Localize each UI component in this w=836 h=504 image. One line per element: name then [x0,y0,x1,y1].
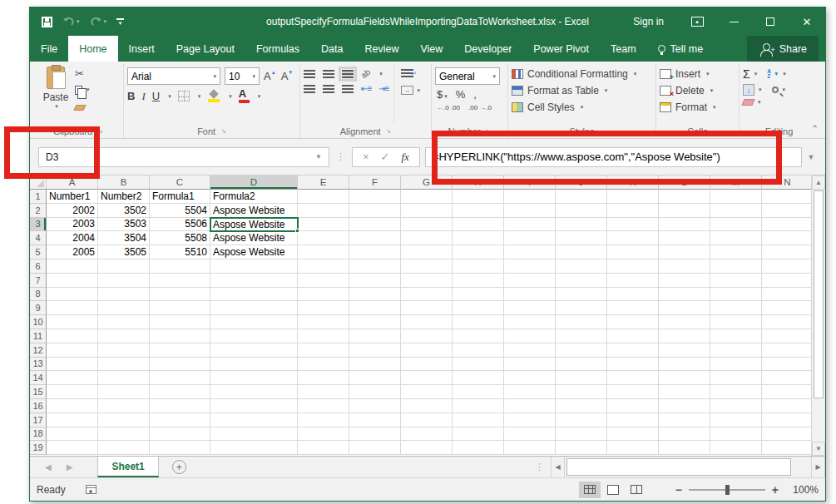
cell-A8[interactable] [47,288,98,302]
cell-J3[interactable] [556,218,607,232]
cell-H18[interactable] [453,427,504,442]
cell-D19[interactable] [210,441,298,455]
row-header-1[interactable]: 1 [30,190,47,204]
font-dialog-launcher[interactable]: ↘ [220,127,226,135]
row-header-6[interactable]: 6 [30,259,47,274]
cell-M16[interactable] [710,399,762,413]
next-sheet-icon[interactable]: ▶ [67,462,73,472]
tab-developer[interactable]: Developer [453,36,522,62]
cell-J4[interactable] [556,231,607,245]
cell-C8[interactable] [150,288,210,302]
cell-G19[interactable] [401,441,453,455]
cell-M13[interactable] [710,358,762,372]
cell-E7[interactable] [298,274,349,288]
cell-K8[interactable] [607,288,659,302]
column-header-M[interactable]: M [710,175,762,190]
cell-M7[interactable] [710,274,762,288]
cell-M9[interactable] [710,301,762,315]
cell-N14[interactable] [762,371,811,385]
row-header-9[interactable]: 9 [30,301,47,315]
cell-A15[interactable] [47,385,98,399]
cell-A12[interactable] [47,343,98,358]
cell-D16[interactable] [210,399,298,413]
conditional-formatting-button[interactable]: Conditional Formatting▾ [512,68,636,80]
cell-C5[interactable]: 5510 [150,245,210,259]
cell-H19[interactable] [453,441,504,455]
row-header-13[interactable]: 13 [30,358,47,372]
cell-D3[interactable]: Aspose Website [210,218,298,232]
cell-F8[interactable] [349,288,401,302]
page-break-view-button[interactable] [626,482,647,498]
cell-L1[interactable] [659,190,710,204]
cell-C10[interactable] [150,315,210,329]
cell-L7[interactable] [659,274,710,288]
cell-B19[interactable] [98,441,150,455]
tab-page-layout[interactable]: Page Layout [166,36,245,62]
cell-L16[interactable] [659,399,710,413]
fill-color-button[interactable] [207,90,220,102]
horizontal-scroll-thumb[interactable] [566,458,791,476]
row-header-10[interactable]: 10 [30,315,47,329]
customize-qat-button[interactable]: ▾ [116,18,124,25]
cell-H5[interactable] [453,245,504,259]
cell-A11[interactable] [47,329,98,343]
cell-D2[interactable]: Aspose Website [210,204,298,218]
save-button[interactable] [42,17,52,27]
cell-G14[interactable] [401,371,453,385]
cell-H1[interactable] [453,190,504,204]
cell-I2[interactable] [504,204,556,218]
cell-K15[interactable] [607,385,659,399]
cell-I8[interactable] [504,288,556,302]
cell-J15[interactable] [556,385,607,399]
cell-A18[interactable] [47,427,98,442]
cell-J12[interactable] [556,343,607,358]
cell-G13[interactable] [401,358,453,372]
cell-C13[interactable] [150,358,210,372]
cell-N2[interactable] [762,204,811,218]
cell-D1[interactable]: Formula2 [210,190,298,204]
borders-button[interactable] [178,91,190,101]
cell-F3[interactable] [349,218,401,232]
wrap-text-button[interactable] [401,69,413,78]
cell-B16[interactable] [98,399,150,413]
cell-E8[interactable] [298,288,349,302]
cell-E3[interactable] [298,218,349,232]
cell-G7[interactable] [401,274,453,288]
align-left-button[interactable] [304,85,315,93]
cell-D9[interactable] [210,301,298,315]
insert-function-button[interactable]: fx [402,151,409,164]
cell-H12[interactable] [453,343,504,358]
row-header-8[interactable]: 8 [30,288,47,302]
cell-N13[interactable] [762,358,811,372]
cell-F7[interactable] [349,274,401,288]
cell-G12[interactable] [401,343,453,358]
cell-E18[interactable] [298,427,349,442]
align-middle-button[interactable] [323,70,334,78]
cell-L9[interactable] [659,301,710,315]
redo-button[interactable]: ▾ [90,17,107,27]
cell-N7[interactable] [762,274,811,288]
cell-D15[interactable] [210,385,298,399]
cell-I11[interactable] [504,329,556,343]
cell-L2[interactable] [659,204,710,218]
cell-E17[interactable] [298,413,349,427]
decrease-font-size-button[interactable]: A [281,70,294,82]
merge-center-button[interactable]: ↔ [401,86,413,95]
cell-H14[interactable] [453,371,504,385]
clipboard-dialog-launcher[interactable]: ↘ [97,127,103,135]
cell-F16[interactable] [349,399,401,413]
cell-K5[interactable] [607,245,659,259]
align-right-button[interactable] [342,85,354,93]
cell-M18[interactable] [710,427,762,442]
align-bottom-button[interactable] [342,70,354,78]
cell-L18[interactable] [659,427,710,442]
cell-K3[interactable] [607,218,659,232]
cell-K13[interactable] [607,358,659,372]
zoom-in-button[interactable]: + [772,486,779,494]
cell-I10[interactable] [504,315,556,329]
cell-B6[interactable] [98,259,150,274]
cell-G9[interactable] [401,301,453,315]
cell-L17[interactable] [659,413,710,427]
cell-D14[interactable] [210,371,298,385]
cell-M4[interactable] [710,231,762,245]
